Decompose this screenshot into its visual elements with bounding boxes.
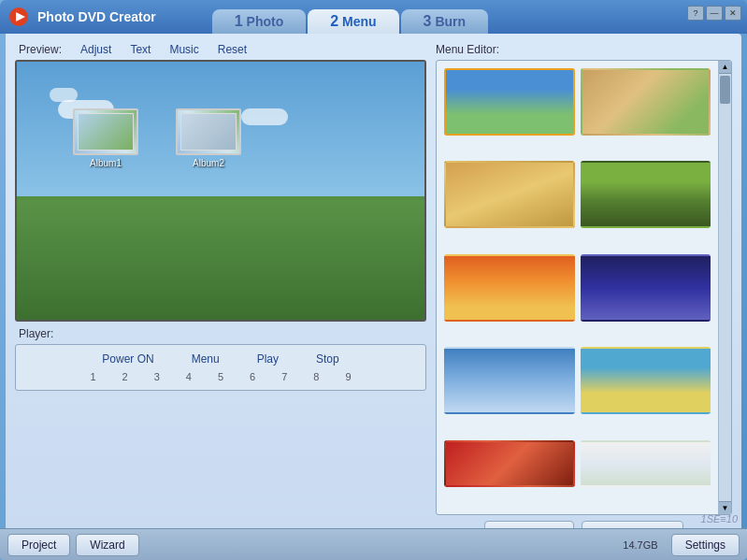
menu-editor-label: Menu Editor: (436, 43, 732, 56)
stop-button[interactable]: Stop (316, 352, 339, 366)
albums-container: Album1 Album2 (73, 108, 241, 168)
titlebar: Photo DVD Creator 1 Photo 2 Menu 3 Burn … (0, 0, 747, 34)
menu-thumb-5[interactable] (444, 254, 575, 322)
play-button[interactable]: Play (257, 352, 279, 366)
app-logo (7, 6, 30, 28)
reset-button[interactable]: Reset (218, 43, 247, 56)
scrollbar-track (719, 74, 731, 501)
tab-photo-number: 1 (235, 13, 243, 29)
player-num-6[interactable]: 6 (250, 371, 255, 382)
menu-thumb-7[interactable] (444, 347, 575, 414)
preview-area: Preview: Adjust Text Music Reset (15, 43, 426, 322)
player-num-8[interactable]: 8 (313, 371, 319, 382)
preview-toolbar: Preview: Adjust Text Music Reset (15, 43, 426, 56)
tab-photo-label: Photo (247, 14, 284, 29)
preview-background (17, 62, 424, 320)
power-on-button[interactable]: Power ON (102, 352, 153, 366)
disk-space: 14.7GB (623, 539, 657, 551)
text-button[interactable]: Text (130, 43, 151, 56)
menu-thumb-10[interactable] (581, 440, 711, 487)
menu-thumb-8[interactable] (581, 347, 711, 414)
album1-preview (75, 110, 136, 153)
player-label: Player: (15, 327, 426, 340)
wizard-button[interactable]: Wizard (76, 534, 138, 556)
top-section: Preview: Adjust Text Music Reset (15, 43, 732, 545)
adjust-button[interactable]: Adjust (80, 43, 111, 56)
player-num-3[interactable]: 3 (154, 371, 160, 382)
preview-label: Preview: (19, 43, 62, 56)
player-numbers-row: 1 2 3 4 5 6 7 8 9 (27, 371, 414, 382)
left-panel: Preview: Adjust Text Music Reset (15, 43, 426, 545)
album2-preview (178, 110, 239, 153)
menu-editor-box: ▲ ▼ (436, 60, 732, 515)
menu-scrollbar: ▲ ▼ (718, 61, 731, 514)
album1-item[interactable]: Album1 (73, 108, 138, 168)
player-box: Power ON Menu Play Stop 1 2 3 4 5 6 7 8 (15, 344, 426, 391)
tab-burn[interactable]: 3 Burn (401, 9, 488, 34)
player-controls-row: Power ON Menu Play Stop (27, 352, 414, 366)
tab-menu-label: Menu (342, 14, 377, 29)
scrollbar-thumb[interactable] (720, 76, 730, 104)
menu-thumb-9[interactable] (444, 440, 575, 487)
menu-thumb-6[interactable] (581, 254, 711, 322)
player-area: Player: Power ON Menu Play Stop 1 2 3 4 … (15, 327, 426, 391)
menu-thumb-2[interactable] (581, 68, 711, 136)
tab-menu-number: 2 (330, 13, 338, 29)
preview-screen: Album1 Album2 « (15, 60, 426, 322)
album2-item[interactable]: Album2 (176, 108, 241, 168)
menu-button[interactable]: Menu (192, 352, 220, 366)
player-num-2[interactable]: 2 (122, 371, 128, 382)
watermark: 1SE≡10 (701, 513, 738, 524)
settings-button[interactable]: Settings (671, 534, 740, 556)
player-num-4[interactable]: 4 (186, 371, 192, 382)
tab-burn-number: 3 (424, 13, 432, 29)
menu-thumbnail-grid (437, 61, 718, 514)
player-num-9[interactable]: 9 (345, 371, 351, 382)
close-button[interactable]: ✕ (725, 6, 741, 21)
player-num-7[interactable]: 7 (281, 371, 287, 382)
album1-thumb (73, 108, 138, 155)
album2-label: Album2 (193, 158, 224, 168)
menu-thumb-1[interactable] (444, 68, 575, 136)
menu-thumb-3[interactable] (444, 161, 575, 228)
tab-burn-label: Burn (435, 14, 466, 29)
tab-menu[interactable]: 2 Menu (308, 9, 398, 34)
bottom-bar: Project Wizard 14.7GB Settings (0, 528, 747, 560)
main-content: Preview: Adjust Text Music Reset (6, 34, 741, 554)
menu-thumb-4[interactable] (581, 161, 711, 228)
album2-thumb (176, 108, 241, 155)
scrollbar-up-button[interactable]: ▲ (719, 61, 732, 74)
tab-photo[interactable]: 1 Photo (212, 9, 306, 34)
right-panel: Menu Editor: (436, 43, 732, 545)
player-num-5[interactable]: 5 (218, 371, 223, 382)
scrollbar-down-button[interactable]: ▼ (719, 501, 732, 514)
player-num-1[interactable]: 1 (90, 371, 95, 382)
window-controls: ? — ✕ (687, 6, 741, 21)
help-button[interactable]: ? (687, 6, 704, 21)
music-button[interactable]: Music (169, 43, 198, 56)
project-button[interactable]: Project (7, 534, 70, 556)
tab-navigation: 1 Photo 2 Menu 3 Burn (212, 0, 490, 34)
album1-label: Album1 (90, 158, 122, 168)
minimize-button[interactable]: — (706, 6, 723, 21)
app-title: Photo DVD Creator (37, 9, 156, 24)
